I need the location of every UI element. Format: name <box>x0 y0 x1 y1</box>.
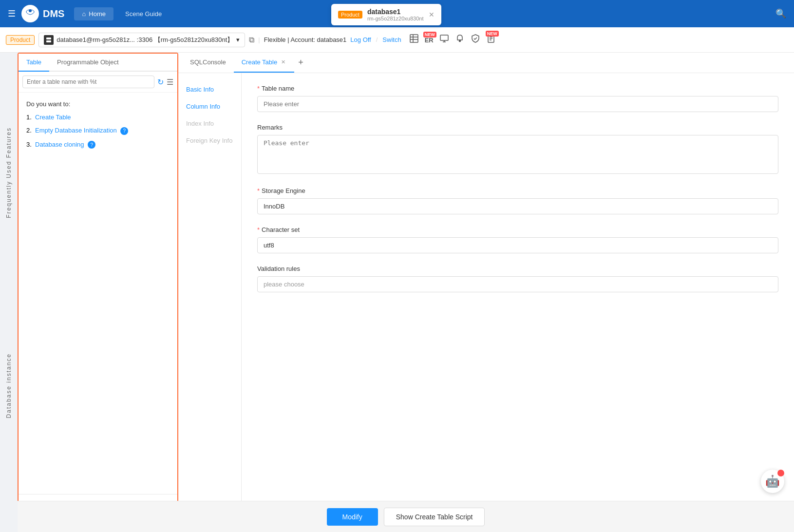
guide-item-3: 3. Database cloning ? <box>26 141 170 149</box>
database-instance-label: Database instance <box>5 345 12 426</box>
chat-icon: 🤖 <box>765 475 780 488</box>
chevron-down-icon: ▾ <box>236 36 240 43</box>
shield-icon-btn[interactable] <box>471 34 480 46</box>
bottom-action-bar: Modify Show Create Table Script <box>18 501 794 532</box>
side-nav-column-info[interactable]: Column Info <box>178 98 241 115</box>
right-panel: SQLConsole Create Table ✕ + Basic Info C… <box>178 53 794 532</box>
character-set-input[interactable] <box>257 237 778 253</box>
empty-db-help-icon[interactable]: ? <box>120 127 128 135</box>
product-tag: Product <box>6 35 35 45</box>
form-group-validation-rules: Validation rules please choose <box>257 265 778 292</box>
chat-widget[interactable]: 🤖 <box>761 470 784 493</box>
home-label: Home <box>89 10 106 18</box>
empty-db-link[interactable]: Empty Database Initialization <box>35 127 118 134</box>
tab-table[interactable]: Table <box>19 54 49 72</box>
character-set-label: * Character set <box>257 226 778 233</box>
logoff-link[interactable]: Log Off <box>350 36 371 43</box>
db-selector-text: database1@rm-gs5o281z... :3306 【rm-gs5o2… <box>57 36 233 44</box>
guide-prompt: Do you want to: <box>26 100 170 108</box>
required-star-2: * <box>257 187 260 194</box>
switch-link[interactable]: Switch <box>382 36 401 43</box>
db-icon <box>44 35 54 45</box>
scene-guide-label: Scene Guide <box>125 10 162 18</box>
guide-item-2: 2. Empty Database Initialization ? <box>26 127 170 135</box>
storage-engine-input[interactable] <box>257 198 778 214</box>
vertical-sidebar-top: Frequently Used Features <box>0 53 18 292</box>
db-cloning-link[interactable]: Database cloning <box>35 141 84 148</box>
guide-item-1-number: 1. <box>26 114 33 121</box>
form-group-table-name: * Table name <box>257 85 778 112</box>
remarks-label: Remarks <box>257 124 778 131</box>
validation-rules-select[interactable]: please choose <box>257 276 778 292</box>
form-group-storage-engine: * Storage Engine <box>257 187 778 214</box>
copy-icon[interactable]: ⧉ <box>249 36 254 44</box>
form-group-character-set: * Character set <box>257 226 778 253</box>
tab-create-table[interactable]: Create Table ✕ <box>234 53 294 73</box>
side-nav-index-info: Index Info <box>178 115 241 132</box>
tab-add-icon[interactable]: + <box>294 57 307 68</box>
hamburger-icon[interactable]: ☰ <box>8 8 16 19</box>
tab-programmable-object[interactable]: Programmable Object <box>49 54 126 72</box>
table-search-input[interactable] <box>22 76 154 88</box>
guide-item-1: 1. Create Table <box>26 114 170 121</box>
modify-button[interactable]: Modify <box>327 508 378 526</box>
bell-icon-btn[interactable] <box>455 34 465 46</box>
guide-item-3-number: 3. <box>26 141 33 148</box>
side-nav-foreign-key-info: Foreign Key Info <box>178 132 241 149</box>
show-script-button[interactable]: Show Create Table Script <box>384 508 485 526</box>
storage-engine-label: * Storage Engine <box>257 187 778 194</box>
validation-rules-label: Validation rules <box>257 265 778 272</box>
er-new-badge: NEW <box>423 32 436 38</box>
db-cloning-help-icon[interactable]: ? <box>88 141 95 149</box>
toolbar-icons: ER NEW <box>409 34 496 46</box>
form-group-remarks: Remarks <box>257 124 778 175</box>
logo-text: DMS <box>43 8 64 19</box>
home-nav-item[interactable]: ⌂ Home <box>74 7 113 20</box>
flexible-account-text: Flexible | Account: database1 <box>264 36 347 43</box>
frequently-used-label: Frequently Used Features <box>5 119 12 226</box>
db-popup-name: database1 <box>367 8 424 16</box>
create-table-content: Basic Info Column Info Index Info Foreig… <box>178 73 794 532</box>
tab-bar: SQLConsole Create Table ✕ + <box>178 53 794 73</box>
side-nav-basic-info[interactable]: Basic Info <box>178 81 241 98</box>
svg-rect-4 <box>46 40 51 42</box>
menu-icon[interactable]: ☰ <box>167 77 173 87</box>
table-name-input[interactable] <box>257 96 778 112</box>
db-popup-tag: Product <box>338 11 362 19</box>
docs-icon-btn[interactable]: NEW <box>486 34 496 46</box>
required-star-3: * <box>257 226 260 233</box>
top-nav: ☰ DMS ⌂ Home Scene Guide Product databas… <box>0 0 794 27</box>
second-toolbar: Product database1@rm-gs5o281z... :3306 【… <box>0 27 794 53</box>
left-tabs: Table Programmable Object <box>19 54 177 72</box>
guide-item-2-number: 2. <box>26 127 33 134</box>
svg-point-2 <box>29 9 32 12</box>
svg-rect-5 <box>410 35 418 42</box>
table-icon-btn[interactable] <box>409 34 419 46</box>
divider-slash: / <box>376 36 378 43</box>
nav-search-icon[interactable]: 🔍 <box>775 8 786 19</box>
toolbar-divider: | <box>258 36 260 43</box>
svg-point-12 <box>459 40 460 42</box>
tab-sqlconsole[interactable]: SQLConsole <box>182 53 234 73</box>
db-popup-info: database1 rm-gs5o281z20xu830nt <box>367 8 424 21</box>
side-nav: Basic Info Column Info Index Info Foreig… <box>178 73 242 532</box>
svg-rect-3 <box>46 38 51 39</box>
remarks-textarea[interactable] <box>257 135 778 174</box>
main-layout: Table Programmable Object ↻ ☰ Do you wan… <box>18 53 794 532</box>
logo-icon <box>21 5 39 22</box>
required-star-1: * <box>257 85 260 92</box>
search-area: ↻ ☰ <box>19 72 177 93</box>
db-popup-close-icon[interactable]: ✕ <box>429 11 435 19</box>
left-panel: Table Programmable Object ↻ ☰ Do you wan… <box>18 53 178 532</box>
create-table-link[interactable]: Create Table <box>35 114 71 121</box>
er-icon-btn[interactable]: ER NEW <box>425 35 434 45</box>
scene-guide-nav[interactable]: Scene Guide <box>117 7 170 20</box>
db-selector[interactable]: database1@rm-gs5o281z... :3306 【rm-gs5o2… <box>38 33 245 47</box>
monitor-icon-btn[interactable] <box>439 34 449 46</box>
chat-badge <box>777 470 784 476</box>
tab-close-icon[interactable]: ✕ <box>280 59 286 65</box>
db-popup-card: Product database1 rm-gs5o281z20xu830nt ✕ <box>331 4 441 25</box>
docs-new-badge: NEW <box>486 31 499 37</box>
svg-rect-9 <box>440 35 448 40</box>
refresh-icon[interactable]: ↻ <box>157 77 164 87</box>
